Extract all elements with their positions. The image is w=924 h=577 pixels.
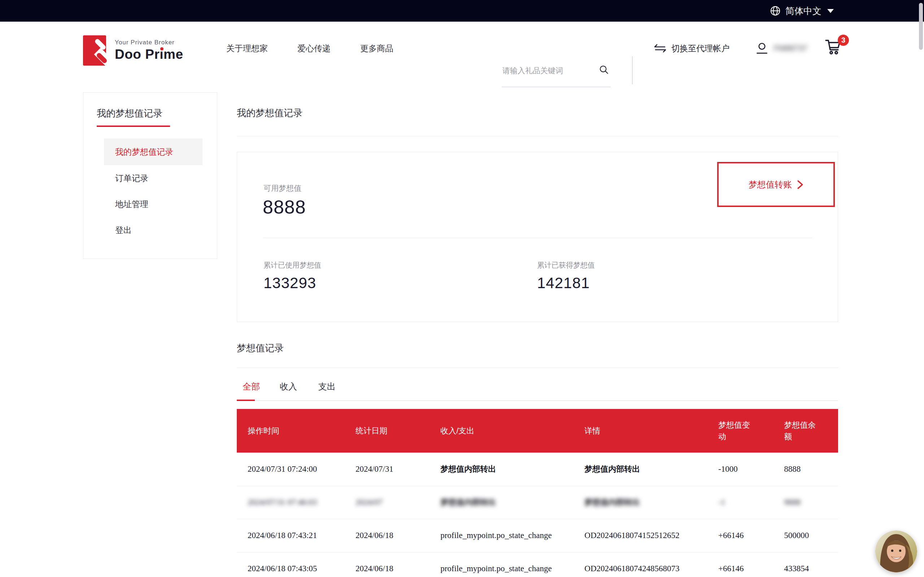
sidebar-title-underline: [97, 126, 170, 127]
used-dream-value-label: 累计已使用梦想值: [263, 260, 321, 270]
sidebar-item-order-records[interactable]: 订单记录: [83, 165, 217, 191]
search-icon[interactable]: [598, 64, 609, 75]
sidebar: 我的梦想值记录 我的梦想值记录 订单记录 地址管理 登出: [83, 92, 217, 259]
title-divider: [237, 136, 838, 136]
doo-prime-logo[interactable]: Your Private Broker Doo Prıme: [83, 35, 183, 66]
tab-income[interactable]: 收入: [280, 381, 297, 392]
transfer-button-label: 梦想值转账: [749, 179, 792, 190]
user-icon: [755, 42, 769, 55]
main-nav: 关于理想家 爱心传递 更多商品: [226, 22, 393, 75]
site-header: Your Private Broker Doo Prıme 关于理想家 爱心传递…: [0, 22, 924, 75]
language-label: 简体中文: [785, 5, 822, 17]
available-dream-value: 8888: [263, 196, 306, 218]
used-dream-value: 133293: [263, 274, 321, 292]
search-placeholder: 请输入礼品关键词: [502, 66, 563, 76]
records-section-title: 梦想值记录: [237, 342, 838, 355]
col-dream-value-balance: 梦想值余额: [784, 419, 819, 443]
col-income-expense: 收入/支出: [440, 425, 474, 437]
switch-account-label: 切换至代理帐户: [671, 43, 729, 54]
search-box[interactable]: 请输入礼品关键词: [502, 56, 611, 89]
sidebar-title: 我的梦想值记录: [97, 107, 217, 120]
records-tabs: 全部 收入 支出: [237, 381, 838, 401]
col-statistic-date: 统计日期: [355, 425, 387, 437]
language-selector[interactable]: 简体中文: [769, 0, 834, 22]
earned-dream-value-stat: 累计已获得梦想值 142181: [537, 260, 595, 292]
account-area[interactable]: FM88737: [755, 22, 808, 75]
globe-icon: [769, 5, 781, 16]
avatar-image: [875, 530, 917, 572]
header-divider: [632, 56, 633, 84]
card-divider: [263, 238, 812, 238]
page: 简体中文 Your Private Broker Doo Prıme 关于理想家…: [0, 0, 924, 577]
col-detail: 详情: [584, 425, 600, 437]
sidebar-menu: 我的梦想值记录 订单记录 地址管理 登出: [83, 139, 217, 243]
records-divider: [237, 367, 838, 368]
cart-button[interactable]: 3: [824, 37, 847, 61]
chevron-down-icon: [827, 9, 834, 13]
doo-prime-logo-icon: [83, 35, 107, 66]
scrollbar-thumb[interactable]: [919, 3, 923, 50]
sidebar-item-logout[interactable]: 登出: [83, 217, 217, 243]
logo-brand: Doo Prıme: [115, 47, 183, 62]
table-row: 2024/06/18 07:43:05 2024/06/18 profile_m…: [237, 552, 838, 577]
cart-count-badge: 3: [838, 35, 849, 46]
page-title: 我的梦想值记录: [237, 107, 838, 119]
chat-widget-avatar[interactable]: [875, 530, 917, 572]
top-bar: 简体中文: [0, 0, 924, 22]
logo-tagline: Your Private Broker: [115, 39, 183, 46]
main-content: 我的梦想值记录 可用梦想值 8888 梦想值转账 累计已使用梦想值 133293…: [237, 107, 838, 577]
active-tab-indicator: [237, 400, 255, 401]
logo-red-dot: [160, 47, 163, 50]
col-operation-time: 操作时间: [247, 425, 279, 437]
earned-dream-value-label: 累计已获得梦想值: [537, 260, 595, 270]
nav-item-more-products[interactable]: 更多商品: [360, 43, 393, 54]
search-underline: [502, 87, 611, 87]
nav-item-charity[interactable]: 爱心传递: [297, 43, 331, 54]
dream-value-transfer-button[interactable]: 梦想值转账: [717, 162, 835, 207]
col-dream-value-change: 梦想值变动: [718, 419, 753, 443]
table-row: 2024/07/31 07:24:00 2024/07/31 梦想值内部转出 梦…: [237, 453, 838, 486]
tab-all[interactable]: 全部: [242, 381, 260, 392]
table-row: 2024/06/18 07:43:21 2024/06/18 profile_m…: [237, 519, 838, 552]
available-dream-value-label: 可用梦想值: [263, 183, 301, 193]
records-table-header: 操作时间 统计日期 收入/支出 详情 梦想值变动 梦想值余额: [237, 409, 838, 453]
switch-to-agent-account[interactable]: 切换至代理帐户: [654, 22, 729, 75]
username-masked: FM88737: [774, 44, 808, 53]
tab-expense[interactable]: 支出: [318, 381, 336, 392]
sidebar-item-address-management[interactable]: 地址管理: [83, 191, 217, 217]
records-table: 操作时间 统计日期 收入/支出 详情 梦想值变动 梦想值余额 2024/07/3…: [237, 409, 838, 577]
dream-value-summary-card: 可用梦想值 8888 梦想值转账 累计已使用梦想值 133293 累计已获得梦想…: [237, 152, 838, 322]
used-dream-value-stat: 累计已使用梦想值 133293: [263, 260, 321, 292]
switch-arrows-icon: [654, 44, 666, 53]
sidebar-item-dream-value-records[interactable]: 我的梦想值记录: [104, 139, 202, 165]
chevron-right-icon: [797, 180, 803, 189]
table-row-blurred: 2024/07/31 07:46:03 2024/07 梦想值内部转出 梦想值内…: [237, 486, 838, 519]
nav-item-about[interactable]: 关于理想家: [226, 43, 268, 54]
earned-dream-value: 142181: [537, 274, 595, 292]
